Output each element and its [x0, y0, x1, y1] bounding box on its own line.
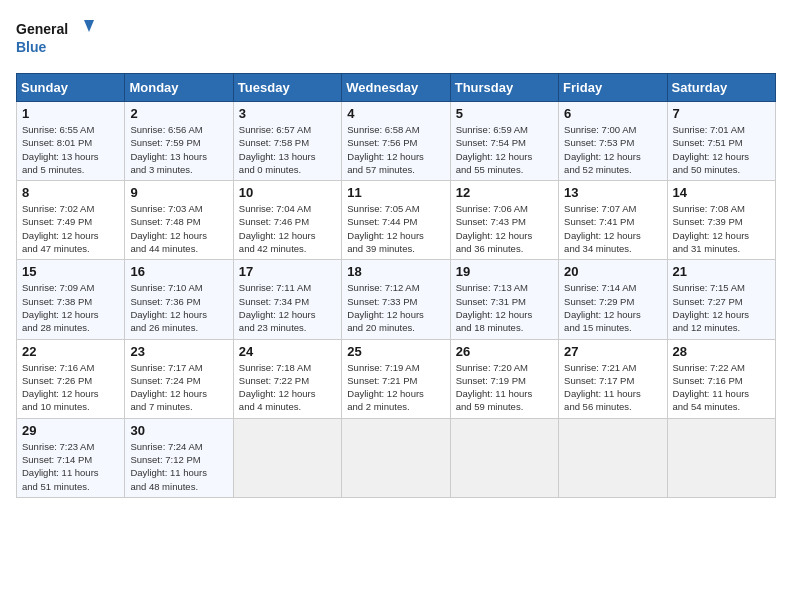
calendar-cell: 16Sunrise: 7:10 AM Sunset: 7:36 PM Dayli… [125, 260, 233, 339]
day-info: Sunrise: 7:09 AM Sunset: 7:38 PM Dayligh… [22, 281, 119, 334]
day-info: Sunrise: 7:06 AM Sunset: 7:43 PM Dayligh… [456, 202, 553, 255]
logo-svg: General Blue [16, 16, 96, 61]
day-number: 2 [130, 106, 227, 121]
calendar-cell: 13Sunrise: 7:07 AM Sunset: 7:41 PM Dayli… [559, 181, 667, 260]
day-info: Sunrise: 7:04 AM Sunset: 7:46 PM Dayligh… [239, 202, 336, 255]
calendar-cell: 10Sunrise: 7:04 AM Sunset: 7:46 PM Dayli… [233, 181, 341, 260]
day-number: 3 [239, 106, 336, 121]
calendar-cell: 17Sunrise: 7:11 AM Sunset: 7:34 PM Dayli… [233, 260, 341, 339]
svg-text:General: General [16, 21, 68, 37]
day-number: 5 [456, 106, 553, 121]
day-info: Sunrise: 6:59 AM Sunset: 7:54 PM Dayligh… [456, 123, 553, 176]
day-info: Sunrise: 7:11 AM Sunset: 7:34 PM Dayligh… [239, 281, 336, 334]
calendar-cell: 21Sunrise: 7:15 AM Sunset: 7:27 PM Dayli… [667, 260, 775, 339]
calendar-cell [233, 418, 341, 497]
calendar-week-row: 29Sunrise: 7:23 AM Sunset: 7:14 PM Dayli… [17, 418, 776, 497]
column-header-friday: Friday [559, 74, 667, 102]
day-info: Sunrise: 7:13 AM Sunset: 7:31 PM Dayligh… [456, 281, 553, 334]
day-number: 14 [673, 185, 770, 200]
day-number: 29 [22, 423, 119, 438]
day-info: Sunrise: 7:03 AM Sunset: 7:48 PM Dayligh… [130, 202, 227, 255]
day-number: 23 [130, 344, 227, 359]
day-number: 6 [564, 106, 661, 121]
logo: General Blue [16, 16, 96, 61]
calendar-cell: 27Sunrise: 7:21 AM Sunset: 7:17 PM Dayli… [559, 339, 667, 418]
svg-text:Blue: Blue [16, 39, 47, 55]
calendar-cell: 9Sunrise: 7:03 AM Sunset: 7:48 PM Daylig… [125, 181, 233, 260]
calendar-cell: 5Sunrise: 6:59 AM Sunset: 7:54 PM Daylig… [450, 102, 558, 181]
day-info: Sunrise: 7:10 AM Sunset: 7:36 PM Dayligh… [130, 281, 227, 334]
day-info: Sunrise: 6:56 AM Sunset: 7:59 PM Dayligh… [130, 123, 227, 176]
calendar-cell: 19Sunrise: 7:13 AM Sunset: 7:31 PM Dayli… [450, 260, 558, 339]
day-info: Sunrise: 6:58 AM Sunset: 7:56 PM Dayligh… [347, 123, 444, 176]
calendar-cell: 14Sunrise: 7:08 AM Sunset: 7:39 PM Dayli… [667, 181, 775, 260]
day-number: 24 [239, 344, 336, 359]
day-info: Sunrise: 7:23 AM Sunset: 7:14 PM Dayligh… [22, 440, 119, 493]
day-number: 9 [130, 185, 227, 200]
day-info: Sunrise: 7:08 AM Sunset: 7:39 PM Dayligh… [673, 202, 770, 255]
calendar-cell [559, 418, 667, 497]
calendar-cell: 12Sunrise: 7:06 AM Sunset: 7:43 PM Dayli… [450, 181, 558, 260]
day-info: Sunrise: 7:05 AM Sunset: 7:44 PM Dayligh… [347, 202, 444, 255]
calendar-cell: 1Sunrise: 6:55 AM Sunset: 8:01 PM Daylig… [17, 102, 125, 181]
calendar-cell: 6Sunrise: 7:00 AM Sunset: 7:53 PM Daylig… [559, 102, 667, 181]
calendar-cell: 4Sunrise: 6:58 AM Sunset: 7:56 PM Daylig… [342, 102, 450, 181]
day-info: Sunrise: 7:15 AM Sunset: 7:27 PM Dayligh… [673, 281, 770, 334]
calendar-cell: 26Sunrise: 7:20 AM Sunset: 7:19 PM Dayli… [450, 339, 558, 418]
day-info: Sunrise: 7:00 AM Sunset: 7:53 PM Dayligh… [564, 123, 661, 176]
column-header-sunday: Sunday [17, 74, 125, 102]
calendar-cell [342, 418, 450, 497]
day-info: Sunrise: 7:22 AM Sunset: 7:16 PM Dayligh… [673, 361, 770, 414]
page-header: General Blue [16, 16, 776, 61]
day-number: 22 [22, 344, 119, 359]
column-header-thursday: Thursday [450, 74, 558, 102]
calendar-cell: 2Sunrise: 6:56 AM Sunset: 7:59 PM Daylig… [125, 102, 233, 181]
calendar-cell [450, 418, 558, 497]
day-info: Sunrise: 7:24 AM Sunset: 7:12 PM Dayligh… [130, 440, 227, 493]
calendar-cell: 7Sunrise: 7:01 AM Sunset: 7:51 PM Daylig… [667, 102, 775, 181]
calendar-table: SundayMondayTuesdayWednesdayThursdayFrid… [16, 73, 776, 498]
calendar-week-row: 8Sunrise: 7:02 AM Sunset: 7:49 PM Daylig… [17, 181, 776, 260]
day-number: 13 [564, 185, 661, 200]
day-number: 28 [673, 344, 770, 359]
day-info: Sunrise: 7:21 AM Sunset: 7:17 PM Dayligh… [564, 361, 661, 414]
calendar-cell: 15Sunrise: 7:09 AM Sunset: 7:38 PM Dayli… [17, 260, 125, 339]
calendar-week-row: 15Sunrise: 7:09 AM Sunset: 7:38 PM Dayli… [17, 260, 776, 339]
calendar-cell: 23Sunrise: 7:17 AM Sunset: 7:24 PM Dayli… [125, 339, 233, 418]
day-number: 12 [456, 185, 553, 200]
calendar-cell: 20Sunrise: 7:14 AM Sunset: 7:29 PM Dayli… [559, 260, 667, 339]
day-number: 16 [130, 264, 227, 279]
day-number: 26 [456, 344, 553, 359]
day-info: Sunrise: 7:20 AM Sunset: 7:19 PM Dayligh… [456, 361, 553, 414]
day-number: 20 [564, 264, 661, 279]
calendar-cell: 25Sunrise: 7:19 AM Sunset: 7:21 PM Dayli… [342, 339, 450, 418]
calendar-cell: 18Sunrise: 7:12 AM Sunset: 7:33 PM Dayli… [342, 260, 450, 339]
day-info: Sunrise: 7:16 AM Sunset: 7:26 PM Dayligh… [22, 361, 119, 414]
column-header-wednesday: Wednesday [342, 74, 450, 102]
column-header-tuesday: Tuesday [233, 74, 341, 102]
calendar-week-row: 1Sunrise: 6:55 AM Sunset: 8:01 PM Daylig… [17, 102, 776, 181]
calendar-week-row: 22Sunrise: 7:16 AM Sunset: 7:26 PM Dayli… [17, 339, 776, 418]
calendar-cell [667, 418, 775, 497]
day-number: 21 [673, 264, 770, 279]
calendar-cell: 28Sunrise: 7:22 AM Sunset: 7:16 PM Dayli… [667, 339, 775, 418]
day-number: 25 [347, 344, 444, 359]
day-info: Sunrise: 7:19 AM Sunset: 7:21 PM Dayligh… [347, 361, 444, 414]
day-info: Sunrise: 7:01 AM Sunset: 7:51 PM Dayligh… [673, 123, 770, 176]
day-number: 19 [456, 264, 553, 279]
day-number: 7 [673, 106, 770, 121]
day-info: Sunrise: 7:18 AM Sunset: 7:22 PM Dayligh… [239, 361, 336, 414]
day-number: 18 [347, 264, 444, 279]
calendar-header-row: SundayMondayTuesdayWednesdayThursdayFrid… [17, 74, 776, 102]
calendar-cell: 11Sunrise: 7:05 AM Sunset: 7:44 PM Dayli… [342, 181, 450, 260]
day-info: Sunrise: 7:02 AM Sunset: 7:49 PM Dayligh… [22, 202, 119, 255]
day-info: Sunrise: 7:17 AM Sunset: 7:24 PM Dayligh… [130, 361, 227, 414]
day-number: 15 [22, 264, 119, 279]
day-number: 8 [22, 185, 119, 200]
day-number: 27 [564, 344, 661, 359]
day-number: 11 [347, 185, 444, 200]
day-info: Sunrise: 6:55 AM Sunset: 8:01 PM Dayligh… [22, 123, 119, 176]
calendar-cell: 8Sunrise: 7:02 AM Sunset: 7:49 PM Daylig… [17, 181, 125, 260]
day-number: 10 [239, 185, 336, 200]
calendar-cell: 30Sunrise: 7:24 AM Sunset: 7:12 PM Dayli… [125, 418, 233, 497]
